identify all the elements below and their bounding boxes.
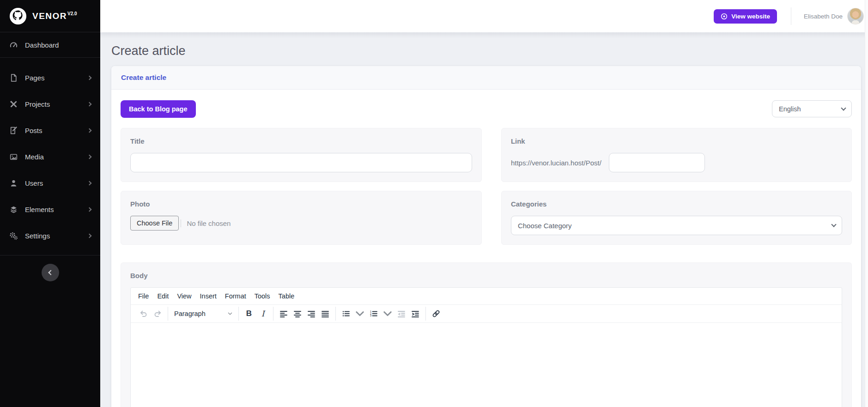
sidebar-item-settings[interactable]: Settings (0, 223, 100, 249)
user-name: Elisabeth Doe (804, 13, 843, 20)
link-panel: Link https://venor.lucian.host/Post/ (501, 128, 852, 182)
history-group (134, 307, 168, 321)
sidebar-nav: Pages Projects Posts (0, 58, 100, 249)
rich-text-editor: File Edit View Insert Format Tools Table (130, 287, 842, 407)
numbered-list-button[interactable]: 1 2 3 (367, 307, 381, 321)
body-label: Body (130, 272, 842, 279)
eye-circle-icon (721, 13, 728, 20)
outdent-icon (397, 310, 406, 318)
justify-icon (321, 310, 329, 318)
bold-icon: B (246, 309, 252, 318)
chevron-right-icon (87, 155, 92, 159)
sidebar-item-media[interactable]: Media (0, 144, 100, 170)
sidebar-item-users[interactable]: Users (0, 170, 100, 196)
user-icon (9, 179, 18, 188)
menu-view[interactable]: View (173, 290, 195, 303)
title-label: Title (130, 137, 472, 145)
menu-table[interactable]: Table (274, 290, 299, 303)
numbered-list-menu-button[interactable] (381, 307, 395, 321)
chevron-down-icon (228, 312, 232, 316)
brand-name: VENORV2.0 (32, 11, 77, 21)
main-content: Create article Create article Back to Bl… (100, 32, 868, 407)
align-right-button[interactable] (304, 307, 318, 321)
choose-file-button[interactable]: Choose File (130, 216, 179, 231)
link-label: Link (511, 137, 842, 145)
chevron-left-icon (48, 270, 53, 275)
bold-button[interactable]: B (242, 307, 256, 321)
editor-toolbar: Paragraph B I (131, 305, 842, 323)
link-slug-input[interactable] (609, 153, 705, 172)
link-button[interactable] (429, 307, 443, 321)
sidebar-footer (0, 255, 100, 281)
chevron-right-icon (87, 181, 92, 186)
sidebar-item-label: Projects (25, 100, 50, 108)
create-article-card: Create article Back to Blog page English… (111, 66, 861, 407)
menu-file[interactable]: File (134, 290, 153, 303)
indent-button[interactable] (408, 307, 422, 321)
block-format-label: Paragraph (174, 310, 206, 317)
title-panel: Title (121, 128, 482, 182)
redo-button[interactable] (151, 307, 164, 321)
redo-icon (153, 310, 162, 318)
sidebar-item-pages[interactable]: Pages (0, 65, 100, 91)
outdent-button[interactable] (395, 307, 408, 321)
file-input: Choose File No file chosen (130, 216, 472, 231)
sidebar-collapse-button[interactable] (42, 264, 59, 281)
categories-label: Categories (511, 200, 842, 208)
menu-edit[interactable]: Edit (153, 290, 173, 303)
avatar[interactable] (847, 8, 864, 24)
title-input[interactable] (130, 153, 472, 172)
chevron-right-icon (87, 76, 92, 80)
undo-icon (140, 310, 148, 318)
sidebar-item-label: Media (25, 153, 44, 161)
menu-tools[interactable]: Tools (250, 290, 274, 303)
align-left-button[interactable] (277, 307, 291, 321)
sidebar-item-projects[interactable]: Projects (0, 91, 100, 117)
link-row: https://venor.lucian.host/Post/ (511, 153, 842, 172)
sidebar-item-elements[interactable]: Elements (0, 196, 100, 223)
undo-button[interactable] (137, 307, 151, 321)
scrollbar[interactable] (865, 0, 868, 407)
bullet-list-menu-button[interactable] (353, 307, 367, 321)
sidebar-item-dashboard[interactable]: Dashboard (0, 32, 100, 57)
brand-logo[interactable]: VENORV2.0 (0, 0, 100, 32)
block-format-select[interactable]: Paragraph (171, 307, 235, 321)
menu-insert[interactable]: Insert (196, 290, 221, 303)
italic-icon: I (261, 309, 265, 318)
editor-content-area[interactable] (131, 323, 842, 407)
align-center-button[interactable] (291, 307, 304, 321)
chevron-right-icon (87, 128, 92, 133)
text-style-group: B I (238, 307, 273, 321)
page-title: Create article (111, 44, 868, 58)
sidebar-item-label: Elements (25, 206, 54, 213)
editor-menubar: File Edit View Insert Format Tools Table (131, 288, 842, 305)
category-select-wrap: Choose Category (511, 216, 842, 235)
language-select[interactable]: English (772, 100, 852, 117)
media-icon (9, 152, 18, 161)
back-to-blog-button[interactable]: Back to Blog page (121, 100, 196, 118)
brand-version: V2.0 (67, 11, 77, 16)
sidebar-item-label: Pages (25, 74, 45, 82)
categories-panel: Categories Choose Category (501, 191, 852, 245)
language-select-wrap: English (772, 100, 852, 117)
bullet-list-button[interactable] (339, 307, 353, 321)
form-grid: Title Link https://venor.lucian.host/Pos… (121, 128, 852, 245)
topbar-divider (791, 7, 791, 25)
indent-icon (411, 310, 419, 318)
sidebar-item-label: Posts (25, 127, 42, 134)
sidebar-item-label: Users (25, 179, 43, 187)
file-status: No file chosen (181, 219, 231, 227)
post-icon (9, 126, 18, 135)
justify-button[interactable] (318, 307, 332, 321)
sidebar-item-posts[interactable]: Posts (0, 117, 100, 144)
octocat-icon (9, 7, 27, 25)
category-select[interactable]: Choose Category (511, 216, 842, 235)
chevron-right-icon (87, 102, 92, 107)
italic-button[interactable]: I (256, 307, 270, 321)
link-icon (432, 310, 440, 318)
sidebar: VENORV2.0 Dashboard Pages Projects (0, 0, 100, 407)
view-website-button[interactable]: View website (714, 9, 777, 24)
page-icon (9, 73, 18, 82)
insert-group (425, 307, 446, 321)
menu-format[interactable]: Format (221, 290, 250, 303)
